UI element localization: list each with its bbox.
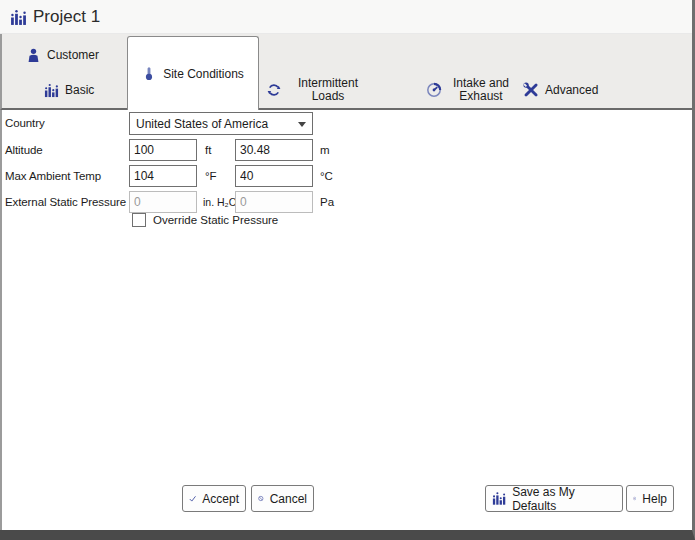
country-label: Country — [5, 112, 45, 134]
tab-label: Site Conditions — [163, 67, 244, 81]
max-ambient-temp-label: Max Ambient Temp — [5, 165, 101, 187]
chevron-down-icon — [298, 122, 306, 127]
altitude-metric-input[interactable] — [235, 139, 313, 161]
max-ambient-temp-imperial-unit: °F — [205, 165, 217, 187]
tab-label: Intake and Exhaust — [448, 77, 514, 103]
checkmark-icon — [189, 492, 196, 506]
gauge-icon — [426, 82, 442, 98]
project-dialog-window: Project 1 Customer Notes — [0, 0, 695, 540]
tab-strip: Customer Notes Basic Site Cond — [0, 34, 692, 110]
tab-basic[interactable]: Basic — [44, 78, 94, 102]
max-ambient-temp-metric-unit: °C — [320, 165, 333, 187]
tools-icon — [523, 82, 539, 98]
title-bar: Project 1 — [0, 0, 692, 34]
tab-site-conditions[interactable]: Site Conditions — [127, 36, 259, 110]
prohibition-icon — [258, 491, 264, 506]
external-static-pressure-metric-unit: Pa — [320, 191, 334, 213]
external-static-pressure-label: External Static Pressure — [5, 191, 126, 213]
tab-label: Customer — [47, 49, 99, 62]
altitude-label: Altitude — [5, 139, 43, 161]
country-select[interactable]: United States of America — [129, 112, 313, 135]
override-static-pressure-checkbox[interactable] — [132, 213, 146, 227]
bar-chart-icon — [10, 9, 27, 26]
cycle-icon — [266, 82, 282, 98]
accept-button-label: Accept — [202, 492, 239, 506]
max-ambient-temp-imperial-input[interactable] — [129, 165, 197, 187]
tab-label: Intermittent Loads — [288, 77, 368, 103]
tab-label: Advanced — [545, 84, 598, 97]
cancel-button[interactable]: Cancel — [251, 485, 314, 512]
bar-chart-icon — [492, 491, 506, 506]
help-button-label: Help — [642, 492, 667, 506]
save-as-my-defaults-label: Save as My Defaults — [512, 485, 616, 513]
question-mark-icon: ? — [633, 491, 636, 506]
tab-intake-and-exhaust[interactable]: Intake and Exhaust — [426, 74, 514, 106]
altitude-metric-unit: m — [320, 139, 330, 161]
override-static-pressure-label: Override Static Pressure — [153, 210, 278, 230]
accept-button[interactable]: Accept — [182, 485, 246, 512]
altitude-imperial-input[interactable] — [129, 139, 197, 161]
thermometer-icon — [142, 66, 156, 81]
tab-intermittent-loads[interactable]: Intermittent Loads — [266, 74, 368, 106]
save-as-my-defaults-button[interactable]: Save as My Defaults — [485, 485, 623, 512]
max-ambient-temp-metric-input[interactable] — [235, 165, 313, 187]
cancel-button-label: Cancel — [270, 492, 307, 506]
help-button[interactable]: ? Help — [626, 485, 674, 512]
bar-chart-icon — [44, 83, 59, 98]
site-conditions-panel: Country United States of America Altitud… — [0, 110, 692, 530]
page-title: Project 1 — [33, 0, 100, 33]
customer-icon — [26, 48, 41, 63]
tab-label: Basic — [65, 84, 94, 97]
country-selected-value: United States of America — [136, 117, 268, 131]
svg-text:?: ? — [634, 497, 636, 499]
tab-customer[interactable]: Customer — [26, 44, 99, 66]
tab-advanced[interactable]: Advanced — [523, 78, 598, 102]
altitude-imperial-unit: ft — [205, 139, 211, 161]
